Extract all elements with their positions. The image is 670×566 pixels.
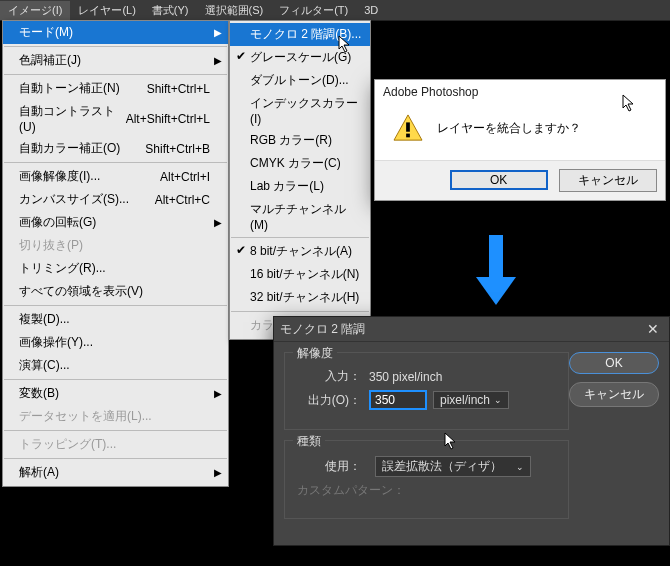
output-label: 出力(O)： [295, 392, 361, 409]
shortcut: Alt+Shift+Ctrl+L [126, 112, 210, 126]
cancel-button[interactable]: キャンセル [559, 169, 657, 192]
menu-auto-contrast[interactable]: 自動コントラスト(U) Alt+Shift+Ctrl+L [3, 100, 228, 137]
output-resolution-input[interactable]: 350 [369, 390, 427, 410]
unit-select[interactable]: pixel/inch⌄ [433, 391, 509, 409]
svg-rect-1 [406, 134, 410, 138]
mode-rgb[interactable]: RGB カラー(R) [230, 129, 370, 152]
menu-calculations[interactable]: 演算(C)... [3, 354, 228, 377]
menu-trap: トラッピング(T)... [3, 433, 228, 456]
menu-3d[interactable]: 3D [356, 2, 386, 18]
mode-cmyk[interactable]: CMYK カラー(C) [230, 152, 370, 175]
mode-8bit[interactable]: ✔8 bit/チャンネル(A) [230, 240, 370, 263]
mode-duotone[interactable]: ダブルトーン(D)... [230, 69, 370, 92]
menu-mode-label: モード(M) [19, 24, 73, 41]
chevron-down-icon: ⌄ [516, 462, 524, 472]
menu-image-size[interactable]: 画像解像度(I)... Alt+Ctrl+I [3, 165, 228, 188]
use-label: 使用： [295, 458, 361, 475]
menu-crop: 切り抜き(P) [3, 234, 228, 257]
warning-icon [393, 114, 423, 142]
input-resolution-value: 350 pixel/inch [369, 370, 442, 384]
cancel-button[interactable]: キャンセル [569, 382, 659, 407]
mode-32bit[interactable]: 32 bit/チャンネル(H) [230, 286, 370, 309]
menu-image[interactable]: イメージ(I) [0, 1, 70, 20]
ok-button[interactable]: OK [450, 170, 548, 190]
menu-adjustments[interactable]: 色調補正(J) ▶ [3, 49, 228, 72]
menu-type[interactable]: 書式(Y) [144, 1, 197, 20]
method-group: 種類 使用： 誤差拡散法（ディザ）⌄ カスタムパターン： [284, 440, 569, 519]
shortcut: Shift+Ctrl+L [147, 82, 210, 96]
shortcut: Alt+Ctrl+C [155, 193, 210, 207]
menu-apply-dataset: データセットを適用(L)... [3, 405, 228, 428]
arrow-down-icon [476, 235, 516, 305]
svg-rect-2 [489, 235, 503, 277]
menu-variables[interactable]: 変数(B) ▶ [3, 382, 228, 405]
submenu-arrow-icon: ▶ [214, 388, 222, 399]
menu-canvas-size[interactable]: カンバスサイズ(S)... Alt+Ctrl+C [3, 188, 228, 211]
bitmap-dialog: モノクロ 2 階調 ✕ 解像度 入力： 350 pixel/inch 出力(O)… [273, 316, 670, 546]
check-icon: ✔ [236, 243, 246, 257]
menu-reveal-all[interactable]: すべての領域を表示(V) [3, 280, 228, 303]
menubar: イメージ(I) レイヤー(L) 書式(Y) 選択範囲(S) フィルター(T) 3… [0, 0, 670, 21]
dialog-title: モノクロ 2 階調 [280, 321, 365, 338]
close-button[interactable]: ✕ [643, 321, 663, 337]
menu-filter[interactable]: フィルター(T) [271, 1, 356, 20]
menu-analysis[interactable]: 解析(A) ▶ [3, 461, 228, 484]
group-legend: 解像度 [293, 345, 337, 362]
menu-trim[interactable]: トリミング(R)... [3, 257, 228, 280]
menu-auto-color[interactable]: 自動カラー補正(O) Shift+Ctrl+B [3, 137, 228, 160]
mode-16bit[interactable]: 16 bit/チャンネル(N) [230, 263, 370, 286]
mode-indexed[interactable]: インデックスカラー(I) [230, 92, 370, 129]
check-icon: ✔ [236, 49, 246, 63]
mode-lab[interactable]: Lab カラー(L) [230, 175, 370, 198]
menu-layer[interactable]: レイヤー(L) [70, 1, 143, 20]
submenu-arrow-icon: ▶ [214, 55, 222, 66]
menu-apply-image[interactable]: 画像操作(Y)... [3, 331, 228, 354]
method-select[interactable]: 誤差拡散法（ディザ）⌄ [375, 456, 531, 477]
shortcut: Shift+Ctrl+B [145, 142, 210, 156]
menu-auto-tone[interactable]: 自動トーン補正(N) Shift+Ctrl+L [3, 77, 228, 100]
dialog-title: Adobe Photoshop [375, 80, 665, 104]
menu-duplicate[interactable]: 複製(D)... [3, 308, 228, 331]
submenu-arrow-icon: ▶ [214, 467, 222, 478]
mode-multichannel[interactable]: マルチチャンネル(M) [230, 198, 370, 235]
resolution-group: 解像度 入力： 350 pixel/inch 出力(O)： 350 pixel/… [284, 352, 569, 430]
flatten-layers-dialog: Adobe Photoshop レイヤーを統合しますか？ OK キャンセル [374, 79, 666, 201]
menu-select[interactable]: 選択範囲(S) [197, 1, 272, 20]
submenu-arrow-icon: ▶ [214, 27, 222, 38]
custom-pattern-label: カスタムパターン： [295, 482, 405, 499]
chevron-down-icon: ⌄ [494, 395, 502, 405]
menu-mode[interactable]: モード(M) ▶ [3, 21, 228, 44]
mode-submenu: モノクロ 2 階調(B)... ✔グレースケール(G) ダブルトーン(D)...… [229, 20, 371, 340]
shortcut: Alt+Ctrl+I [160, 170, 210, 184]
mode-bitmap[interactable]: モノクロ 2 階調(B)... [230, 23, 370, 46]
svg-rect-0 [406, 122, 410, 131]
image-dropdown: モード(M) ▶ 色調補正(J) ▶ 自動トーン補正(N) Shift+Ctrl… [2, 20, 229, 487]
dialog-message: レイヤーを統合しますか？ [437, 120, 581, 137]
submenu-arrow-icon: ▶ [214, 217, 222, 228]
mode-grayscale[interactable]: ✔グレースケール(G) [230, 46, 370, 69]
group-legend: 種類 [293, 433, 325, 450]
input-label: 入力： [295, 368, 361, 385]
ok-button[interactable]: OK [569, 352, 659, 374]
menu-image-rotation[interactable]: 画像の回転(G) ▶ [3, 211, 228, 234]
